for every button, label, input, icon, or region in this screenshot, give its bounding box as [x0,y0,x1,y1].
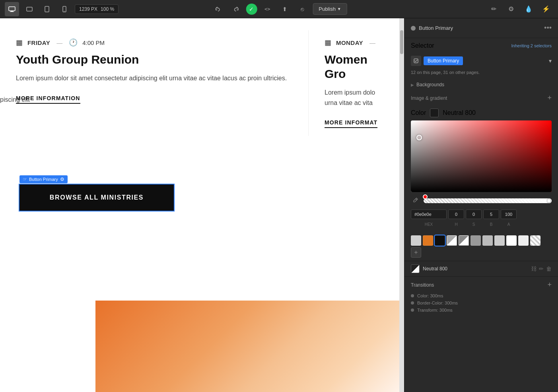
selector-tag[interactable]: Button Primary [424,56,463,65]
browse-all-ministries-button[interactable]: BROWSE ALL MINISTRIES [19,184,174,211]
swatch-gray[interactable] [411,235,421,246]
h-input[interactable] [448,210,464,219]
neutral-edit-button[interactable]: ✏ [539,266,544,272]
swatch-black[interactable] [435,235,445,246]
swatch-white[interactable] [506,235,517,246]
image-gradient-row: Image & gradient + [404,91,558,105]
calendar-icon-2: ▦ [325,38,331,47]
size-zoom: 100 % [101,6,114,12]
clock-icon-1: 🕐 [69,38,78,47]
event-dash-1: — [56,39,62,46]
transition-dot-3 [411,309,414,312]
more-tools-button[interactable]: ⚡ [539,2,553,16]
a-label: A [501,222,517,227]
publish-button[interactable]: Publish ▼ [313,3,347,15]
event-title-2: Women Gro [325,52,388,81]
panel-header: Button Primary ••• [404,18,558,38]
transition-label-1: Color: 300ms [417,293,443,298]
selector-info-line: 12 on this page, 31 on other pages. [404,68,558,79]
color-picker[interactable]: HEX H S B A [404,120,558,232]
neutral-swatch [411,264,420,273]
more-info-link-2[interactable]: MORE INFORMAT [325,119,377,128]
s-input[interactable] [466,210,482,219]
swatch-orange[interactable] [423,235,433,246]
transition-item-2: Border-Color: 300ms [411,299,552,307]
settings-button[interactable]: ⚙ [504,2,518,16]
orange-gradient-section [95,301,404,392]
panel-title-container: Button Primary [411,25,453,31]
color-row: Color Neutral 800 [404,105,558,120]
effects-button[interactable]: 💧 [521,2,536,16]
neutral-800-row: Neutral 800 ⛓ ✏ 🗑 [404,261,558,276]
selector-label: Selector [411,42,434,49]
preview-icon-button[interactable]: ⎋ [295,2,309,16]
redo-button[interactable] [228,2,243,16]
neutral-name: Neutral 800 [423,266,528,272]
neutral-linked-button[interactable]: ⛓ [531,266,537,272]
transition-dot-2 [411,301,414,305]
swatch-gray4[interactable] [494,235,505,246]
transitions-title: Transitions [411,282,434,288]
desktop-view-button[interactable] [5,2,19,16]
color-swatch[interactable] [430,109,439,117]
tablet-portrait-button[interactable] [40,2,54,16]
canvas-area: piscing elit ▦ FRIDAY — 🕐 4:00 PM Youth … [0,18,404,392]
selector-info[interactable]: Inheriting 2 selectors [511,43,552,48]
share-button[interactable]: ⬆ [278,2,292,16]
browse-btn-container: BROWSE ALL MINISTRIES [19,184,174,211]
swatch-checker[interactable] [530,235,541,246]
backgrounds-label: Backgrounds [416,82,444,87]
backgrounds-section-header[interactable]: ▶ Backgrounds [404,79,558,91]
selector-dropdown-button[interactable]: ▾ [549,58,552,64]
toolbar-center: ✓ <> ⬆ ⎋ Publish ▼ [211,2,347,16]
button-primary-badge[interactable]: ☞ Button Primary ⚙ [19,175,68,183]
svg-point-6 [64,11,65,12]
toolbar-right: ✏ ⚙ 💧 ⚡ [486,2,553,16]
input-labels-row: HEX H S B A [411,222,552,229]
h-label: H [448,222,464,227]
alpha-slider[interactable] [424,198,552,203]
swatch-gray2[interactable] [471,235,481,246]
event-card-2: ▦ MONDAY — Women Gro Lorem ipsum dolo ur… [309,30,388,136]
mobile-button[interactable] [57,2,72,16]
undo-button[interactable] [211,2,225,16]
color-gradient-area[interactable] [411,120,552,192]
image-gradient-add-button[interactable]: + [547,94,552,102]
a-input[interactable] [501,210,517,219]
transition-item-3: Transform: 300ms [411,307,552,314]
status-indicator: ✓ [246,4,257,15]
color-picker-dot[interactable] [416,135,422,140]
button-gear-icon[interactable]: ⚙ [60,177,64,182]
eyedropper-button[interactable] [411,195,420,205]
backgrounds-arrow-icon: ▶ [411,83,414,87]
swatch-dark1[interactable] [447,235,457,246]
canvas-content: piscing elit ▦ FRIDAY — 🕐 4:00 PM Youth … [0,18,404,392]
transitions-add-button[interactable]: + [547,281,552,289]
hex-input[interactable] [411,210,447,219]
transitions-section: Transitions + Color: 300ms Border-Color:… [404,276,558,318]
neutral-actions: ⛓ ✏ 🗑 [531,266,552,272]
alpha-marker[interactable] [547,199,551,203]
swatch-gray3[interactable] [482,235,493,246]
event-card-1: ▦ FRIDAY — 🕐 4:00 PM Youth Group Reunion… [0,30,309,136]
swatch-off-white[interactable] [518,235,529,246]
toolbar: 1239 PX 100 % ✓ <> ⬆ ⎋ Publish ▼ [0,0,558,18]
event-description-2: Lorem ipsum dolo urna vitae ac vita [325,87,388,108]
tablet-landscape-button[interactable] [22,2,37,16]
swatch-add-button[interactable]: + [411,247,421,258]
b-input[interactable] [483,210,499,219]
swatches-container: + [404,232,558,261]
selector-style-button[interactable] [411,56,421,66]
hue-slider-row [411,192,552,206]
style-panel-button[interactable]: ✏ [486,2,501,16]
size-px: 1239 PX [79,6,97,12]
code-editor-button[interactable]: <> [260,2,274,16]
canvas-scrollbar[interactable] [399,18,404,392]
event-meta-2: ▦ MONDAY — [325,38,388,47]
panel-more-button[interactable]: ••• [544,24,552,32]
swatch-dark2[interactable] [459,235,469,246]
chevron-down-icon: ▼ [337,7,341,11]
neutral-delete-button[interactable]: 🗑 [546,266,552,272]
canvas-scrollbar-thumb[interactable] [400,30,403,54]
svg-rect-0 [9,7,15,11]
